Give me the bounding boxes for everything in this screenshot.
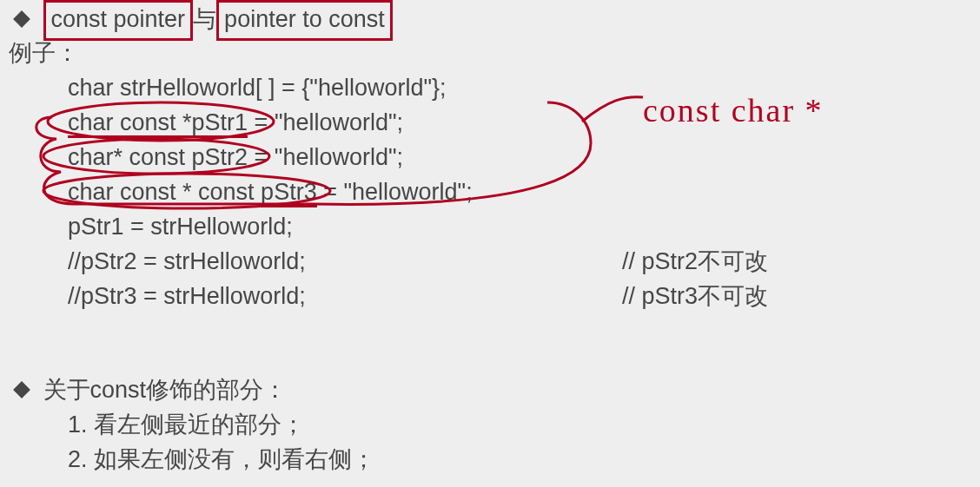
section-2-title: 关于const修饰的部分： <box>16 373 287 407</box>
example-label: 例子： <box>9 36 79 70</box>
joiner: 与 <box>193 6 216 32</box>
code-line-4-var: pStr3 <box>261 179 317 207</box>
diamond-bullet-icon <box>13 10 30 28</box>
code-line-3: char* const pStr2 = "helloworld"; <box>68 141 403 174</box>
code-line-5: pStr1 = strHelloworld; <box>68 210 293 244</box>
diamond-bullet-icon <box>13 381 30 398</box>
code-line-7: //pStr3 = strHelloworld; <box>68 280 306 313</box>
rule-1: 1. 看左侧最近的部分； <box>68 408 305 442</box>
code-line-2: char const *pStr1 = "helloworld"; <box>68 106 403 140</box>
code-line-6-comment: // pStr2不可改 <box>622 245 768 279</box>
section-2-title-text: 关于const修饰的部分： <box>43 377 288 403</box>
heading-row: const pointer与pointer to const <box>16 0 393 41</box>
rule-2: 2. 如果左侧没有，则看右侧； <box>68 443 375 477</box>
handwritten-annotation: const char * <box>643 87 824 135</box>
code-line-4-rest: = "helloworld"; <box>317 179 473 205</box>
code-line-7-comment: // pStr3不可改 <box>622 280 768 313</box>
code-line-6: //pStr2 = strHelloworld; <box>68 245 306 279</box>
code-line-2-rest: = "helloworld"; <box>248 109 403 135</box>
code-line-4: char const * const pStr3 = "helloworld"; <box>68 175 473 209</box>
code-line-1: char strHelloworld[ ] = {"helloworld"}; <box>68 71 447 105</box>
boxed-term-1: const pointer <box>43 0 194 41</box>
code-line-2-decl: char const *pStr1 <box>68 109 248 138</box>
boxed-term-2: pointer to const <box>216 0 393 41</box>
code-line-4-decl: char const * const <box>68 179 261 205</box>
